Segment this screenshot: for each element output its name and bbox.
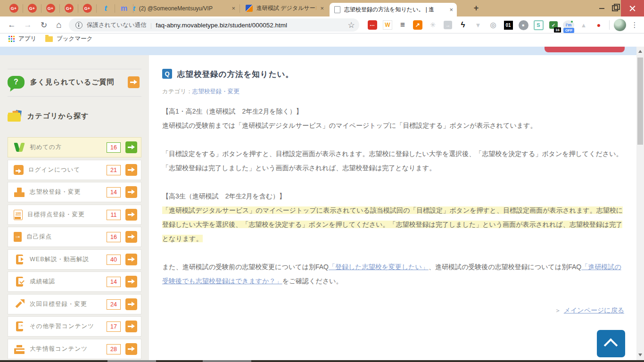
sidebar-item-university-info[interactable]: 大学情報コンテンツ 28 [8, 339, 141, 359]
tab-twitter[interactable]: t (2) @SomeoneMentsuyu/VIP × [128, 0, 239, 16]
chevron-right-icon: ＞ [555, 307, 561, 314]
pinned-tab[interactable]: G+ [41, 4, 59, 13]
arrow-button[interactable] [125, 276, 137, 288]
browser-menu-button[interactable]: ⋮ [630, 19, 639, 31]
pinned-tab[interactable]: G+ [60, 4, 78, 13]
count-badge: 14 [107, 277, 121, 287]
sidebar-item-target-score[interactable]: 100 目標得点登録・変更 11 [8, 205, 141, 225]
info-icon[interactable] [75, 22, 83, 29]
marking-sheet-icon: ○× [14, 232, 22, 242]
pinned-tab[interactable]: t [97, 4, 115, 13]
reload-button[interactable]: ↻ [38, 19, 50, 31]
breadcrumb: カテゴリ：志望校登録・変更 [162, 88, 239, 96]
sidebar-item-self-scoring[interactable]: ○× 自己採点 16 [8, 227, 141, 247]
learning-phone-icon: ○× [16, 321, 23, 331]
sidebar-item-next-goal[interactable]: 次回目標登録・変更 24 [8, 294, 141, 314]
sidebar-item-school-registration[interactable]: 志望校登録・変更 14 [8, 182, 141, 202]
sidebar-item-web-video-guide[interactable]: WEB解説・動画解説 40 [8, 249, 141, 270]
close-tab-icon[interactable]: × [231, 5, 235, 12]
tab-active-faq[interactable]: 志望校登録の方法を知りたい。 | 進 × [330, 3, 457, 16]
extension-vue[interactable]: ▼ [471, 19, 485, 31]
extension-atom[interactable]: ✳ [426, 19, 439, 31]
arrow-button[interactable] [125, 231, 137, 243]
extension-analytics[interactable]: ↗ [411, 19, 424, 31]
category-label: 初めての方 [30, 143, 62, 151]
answer-heading: 【高3生（進研模試 2年生2月を含む）】 [162, 189, 627, 203]
count-badge: 14 [107, 187, 121, 197]
sidebar-item-other-learning[interactable]: ○× その他学習コンテンツ 17 [8, 316, 141, 337]
password-dots-icon: ••• [368, 20, 377, 30]
extension-bookmark-checker[interactable]: ✓16 [547, 19, 560, 31]
closing-text: また、進研模試の受験前の志望校変更については別FAQ [162, 263, 329, 271]
arrow-button[interactable] [128, 76, 140, 88]
university-building-icon [14, 344, 25, 355]
sidebar-item-results-check[interactable]: 成績確認 14 [8, 272, 141, 292]
google-plus-icon: G+ [9, 4, 18, 13]
layers-icon: ≡ [400, 20, 405, 30]
close-window-button[interactable] [621, 0, 644, 16]
extension-im-translator[interactable]: i'mOFF [562, 19, 575, 31]
popular-questions-header[interactable]: ? 多く見られているご質問 [8, 72, 141, 92]
address-bar[interactable]: 保護されていない通信 | faq-abny.movabletype.biz/st… [69, 18, 359, 32]
bookmark-folder[interactable]: ブックマーク [45, 35, 92, 43]
login-arrow-icon [14, 165, 24, 175]
tab-shinken-top[interactable]: 進研模試 デジタルサービストップ | Be × [241, 0, 328, 16]
new-tab-button[interactable]: + [469, 0, 483, 16]
extension-recorder[interactable]: ● [592, 19, 605, 31]
url-text[interactable]: faq-abny.movabletype.biz/student/000052.… [156, 22, 287, 29]
scrollbar-down-arrow[interactable] [638, 354, 642, 356]
extension-doc-export[interactable]: → [441, 19, 454, 31]
extension-wikipedia[interactable]: W [381, 19, 394, 31]
faq-link-change-school[interactable]: 「登録した志望校を変更したい」 [329, 263, 429, 271]
atom-icon: ✳ [430, 21, 436, 29]
browser-titlebar: G+ G+ G+ G+ G+ t m t (2) @SomeoneMentsuy… [0, 0, 644, 16]
extension-lightning[interactable]: ϟ [456, 19, 470, 31]
count-badge: 21 [107, 165, 121, 175]
arrow-button[interactable] [125, 164, 137, 176]
arrow-button[interactable] [125, 186, 137, 198]
arrow-button[interactable] [125, 254, 137, 265]
header-cta-button[interactable] [545, 47, 625, 52]
taskbar-item [107, 360, 156, 362]
profile-avatar[interactable] [614, 19, 626, 31]
answer-paragraph: 進研模試の受験前までは「進研模試デジタルサービス」のマイページトップに「目標設定… [162, 118, 627, 132]
extension-layers[interactable]: ≡ [396, 19, 409, 31]
arrow-button[interactable] [125, 209, 137, 221]
google-plus-icon: G+ [65, 4, 74, 13]
sidebar-item-login[interactable]: ログインについて 21 [8, 160, 141, 180]
extension-stylus[interactable]: S [532, 19, 545, 31]
scrollbar-thumb[interactable] [637, 58, 643, 145]
scroll-to-top-button[interactable] [597, 330, 625, 357]
close-tab-icon[interactable]: × [320, 5, 324, 12]
scrollbar-up-arrow[interactable] [638, 50, 642, 53]
bookmark-apps[interactable]: アプリ [8, 35, 36, 43]
pinned-tab[interactable]: G+ [23, 4, 41, 13]
extension-drive[interactable]: ▲ [577, 19, 590, 31]
pinned-tab[interactable]: G+ [5, 4, 23, 13]
sidebar-item-beginners[interactable]: 初めての方 16 [8, 137, 141, 157]
tab-title: 志望校登録の方法を知りたい。 | 進 [344, 6, 446, 14]
extension-target[interactable]: ◎ [487, 19, 500, 31]
arrow-button[interactable] [125, 321, 137, 332]
minimize-button[interactable] [595, 0, 608, 16]
back-button[interactable]: ← [6, 19, 18, 31]
category-link[interactable]: 志望校登録・変更 [192, 88, 239, 95]
google-plus-icon: G+ [46, 4, 55, 13]
forward-button[interactable]: → [22, 19, 34, 31]
arrow-button[interactable] [125, 141, 137, 153]
arrow-button[interactable] [125, 343, 137, 355]
answer-paragraph: 「目標設定をする」ボタンを押すと、目標設定画面が表示されます。志望校に登録したい… [162, 147, 627, 161]
extension-line[interactable]: ■ [517, 19, 530, 31]
close-tab-icon[interactable]: × [449, 6, 453, 13]
pinned-tab[interactable]: G+ [78, 4, 96, 13]
bookmark-star-icon[interactable]: ☆ [345, 19, 357, 31]
tab-title: (2) @SomeoneMentsuyu/VIP [139, 5, 228, 12]
extension-password-manager[interactable]: ••• [366, 19, 379, 31]
arrow-button[interactable] [125, 298, 137, 310]
back-to-main-link[interactable]: メインページに戻る [564, 306, 624, 314]
category-label: 次回目標登録・変更 [30, 300, 87, 308]
restore-button[interactable] [608, 0, 621, 16]
home-button[interactable]: ⌂ [53, 19, 65, 31]
extension-binary-clock[interactable]: 01 [502, 19, 515, 31]
answer-paragraph: また、進研模試の受験前の志望校変更については別FAQ「登録した志望校を変更したい… [162, 260, 627, 288]
